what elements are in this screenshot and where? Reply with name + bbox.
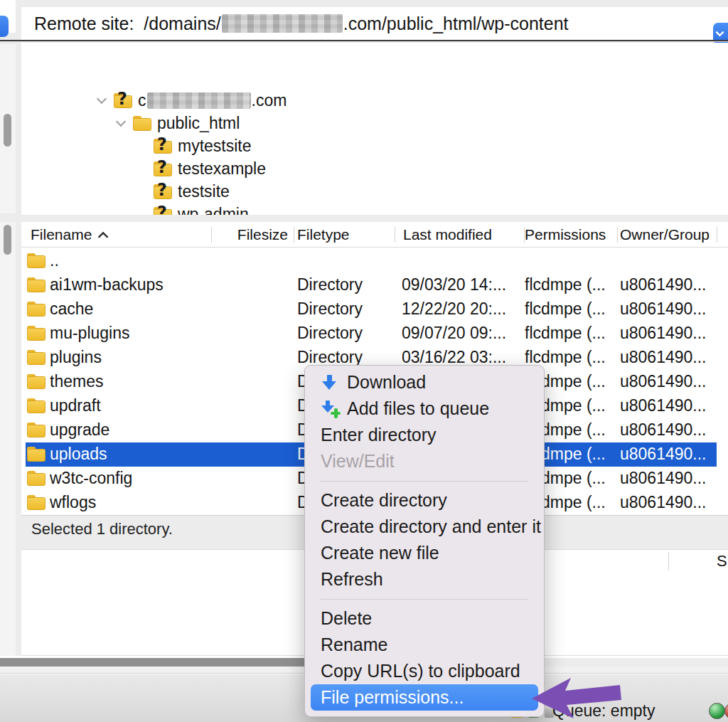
menu-separator [305,593,544,605]
folder-icon [27,471,46,486]
remote-directory-tree: ? c .com public_html ? mytestsite ? test… [21,43,728,215]
menu-item-download[interactable]: Download [305,369,544,395]
tree-label: wp-admin [178,205,249,216]
menu-item-rename[interactable]: Rename [305,632,544,658]
tree-item-testexample[interactable]: ? testexample [135,158,266,179]
column-header-owner[interactable]: Owner/Group [620,226,710,243]
redacted-domain [222,14,343,33]
tree-item-public-html[interactable]: public_html [114,112,240,134]
folder-icon [27,302,46,317]
folder-question-icon: ? [114,93,132,108]
add-to-queue-icon [321,400,342,418]
menu-item-enter-directory[interactable]: Enter directory [305,422,544,448]
adjacent-pane-scroll-area [0,44,16,213]
folder-icon [27,277,46,292]
column-header-modified[interactable]: Last modified [403,226,492,243]
menu-separator [305,474,544,487]
menu-item-copy-url[interactable]: Copy URL(s) to clipboard [305,658,544,684]
folder-question-icon: ? [154,161,172,176]
chevron-down-icon[interactable] [95,93,109,107]
folder-icon [27,350,46,365]
file-list-header: Filename Filesize Filetype Last modified… [21,222,728,248]
context-menu: Download Add files to queue Enter direct… [304,365,545,717]
folder-icon [27,398,46,413]
tree-label: public_html [157,114,240,133]
path-prefix: /domains/ [144,14,220,34]
redacted-domain [147,92,251,109]
column-header-permissions[interactable]: Permissions [525,226,606,243]
adjacent-pane-scroll-area-2 [0,222,16,657]
menu-item-create-new-file[interactable]: Create new file [305,540,544,566]
file-row-updir[interactable]: .. [26,249,717,273]
selection-status-text: Selected 1 directory. [31,520,173,538]
folder-icon [27,495,46,510]
file-row-ai1wm-backups[interactable]: ai1wm-backups Directory 09/03/20 14:... … [26,273,717,297]
menu-item-file-permissions[interactable]: File permissions... [311,684,538,711]
folder-icon [27,374,46,389]
folder-icon [27,253,46,268]
chevron-down-icon[interactable] [114,116,129,130]
remote-site-label: Remote site: [34,14,134,34]
sort-ascending-icon [98,231,109,243]
scrollbar-thumb[interactable] [4,225,11,255]
folder-question-icon: ? [154,184,172,199]
adjacent-pane-topbar [0,0,16,33]
path-suffix: .com/public_html/wp-content [343,14,569,34]
tree-label: .com [252,91,287,110]
remote-site-path[interactable]: /domains/ .com/public_html/wp-content [144,14,568,34]
tree-item-testsite[interactable]: ? testsite [135,181,230,202]
tree-label: mytestsite [178,137,252,156]
adjacent-dropdown-button[interactable] [0,16,9,37]
menu-item-refresh[interactable]: Refresh [305,566,544,593]
menu-item-create-directory-and-enter[interactable]: Create directory and enter it [305,514,544,540]
column-header-filesize[interactable]: Filesize [220,226,288,243]
menu-item-create-directory[interactable]: Create directory [305,487,544,514]
column-header-filetype[interactable]: Filetype [297,226,350,243]
scrollbar-thumb[interactable] [4,114,11,147]
divider [668,552,669,570]
remote-site-bar: Remote site: /domains/ .com/public_html/… [21,7,728,40]
menu-item-delete[interactable]: Delete [305,605,544,632]
folder-icon [27,447,46,462]
folder-icon [27,423,46,437]
tree-label: c [138,91,146,110]
menu-item-view-edit: View/Edit [305,448,544,474]
tree-item-domain[interactable]: ? c .com [95,90,287,111]
tree-label: testexample [178,159,266,179]
folder-question-icon: ? [154,207,172,216]
tree-item-mytestsite[interactable]: ? mytestsite [135,135,252,156]
menu-item-add-files-to-queue[interactable]: Add files to queue [305,395,544,422]
download-icon [321,373,342,392]
column-header-filename[interactable]: Filename [31,226,108,243]
folder-icon [27,326,46,341]
connection-indicator-green-icon [709,703,725,719]
chevron-down-icon [715,28,724,37]
divider [0,41,728,42]
file-row-cache[interactable]: cache Directory 12/22/20 20:... flcdmpe … [26,297,717,322]
annotation-arrow [530,676,622,720]
folder-question-icon: ? [154,139,172,154]
tree-item-wp-admin[interactable]: ? wp-admin [135,203,249,215]
file-row-mu-plugins[interactable]: mu-plugins Directory 09/07/20 09:... flc… [26,322,717,346]
connection-indicator-red-icon [724,703,728,719]
queue-column-header-partial: S [717,552,727,570]
tree-label: testsite [178,182,230,201]
folder-icon [133,116,151,131]
